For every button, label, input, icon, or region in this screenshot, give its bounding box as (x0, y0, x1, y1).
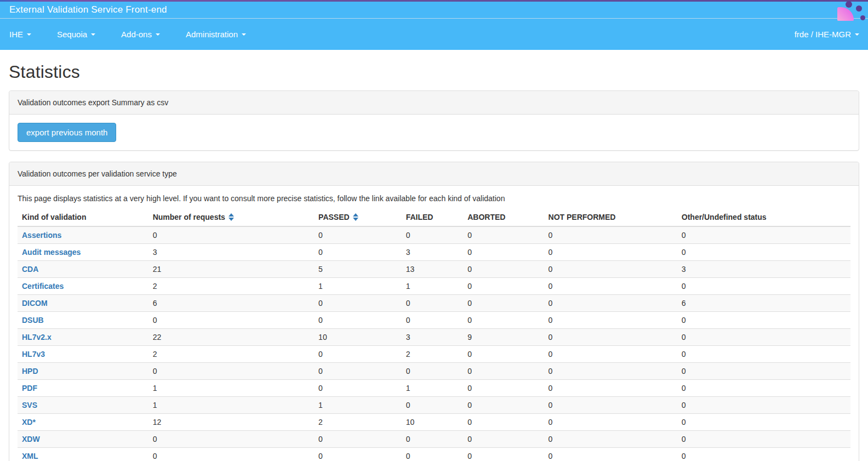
value-cell: 1 (402, 380, 463, 397)
export-previous-month-button[interactable]: export previous month (18, 123, 116, 142)
value-cell: 0 (463, 244, 544, 261)
value-cell: 0 (544, 414, 677, 431)
kind-cell: HPD (18, 363, 149, 380)
validation-kind-link[interactable]: SVS (22, 401, 37, 409)
value-cell: 3 (402, 329, 463, 346)
kind-cell: PDF (18, 380, 149, 397)
chevron-down-icon (242, 33, 246, 36)
column-header[interactable]: PASSED (314, 208, 402, 226)
value-cell: 2 (149, 278, 314, 295)
validation-kind-link[interactable]: Certificates (22, 282, 64, 291)
value-cell: 0 (677, 329, 850, 346)
export-panel-body: export previous month (9, 115, 859, 150)
value-cell: 0 (677, 380, 850, 397)
stats-panel-heading: Validation outcomes per validation servi… (9, 162, 859, 186)
value-cell: 0 (463, 346, 544, 363)
value-cell: 0 (314, 363, 402, 380)
nav-item-administration[interactable]: Administration (178, 24, 254, 44)
value-cell: 0 (463, 380, 544, 397)
nav-item-label: Add-ons (121, 30, 152, 39)
value-cell: 0 (544, 346, 677, 363)
table-row: DICOM600006 (18, 295, 850, 312)
validation-kind-link[interactable]: XDW (22, 435, 40, 443)
value-cell: 0 (463, 414, 544, 431)
sort-down-arrow-icon (229, 218, 234, 221)
value-cell: 0 (677, 278, 850, 295)
validation-kind-link[interactable]: HL7v2.x (22, 333, 52, 342)
validation-kind-link[interactable]: XD* (22, 418, 36, 426)
chevron-down-icon (855, 33, 859, 36)
chevron-down-icon (27, 33, 31, 36)
stats-table-body: Assertions000000Audit messages303000CDA2… (18, 226, 850, 461)
sort-up-arrow-icon (353, 213, 358, 217)
value-cell: 0 (402, 312, 463, 329)
kind-cell: Certificates (18, 278, 149, 295)
stats-table-head: Kind of validationNumber of requestsPASS… (18, 208, 850, 226)
page-content: Statistics Validation outcomes export Su… (0, 62, 868, 461)
value-cell: 0 (677, 397, 850, 414)
validation-kind-link[interactable]: PDF (22, 384, 37, 392)
validation-kind-link[interactable]: HL7v3 (22, 350, 45, 358)
value-cell: 3 (402, 244, 463, 261)
column-header: FAILED (402, 208, 463, 226)
validation-kind-link[interactable]: DSUB (22, 316, 44, 325)
value-cell: 0 (463, 397, 544, 414)
value-cell: 0 (544, 363, 677, 380)
value-cell: 0 (463, 295, 544, 312)
table-row: SVS110000 (18, 397, 850, 414)
validation-kind-link[interactable]: XML (22, 452, 38, 460)
header-row: Kind of validationNumber of requestsPASS… (18, 208, 850, 226)
value-cell: 0 (402, 431, 463, 448)
value-cell: 0 (544, 329, 677, 346)
table-row: XML000000 (18, 448, 850, 461)
validation-kind-link[interactable]: DICOM (22, 299, 48, 308)
value-cell: 0 (677, 226, 850, 244)
value-cell: 2 (149, 346, 314, 363)
value-cell: 0 (544, 312, 677, 329)
validation-kind-link[interactable]: CDA (22, 265, 38, 274)
export-panel-heading: Validation outcomes export Summary as cs… (9, 91, 859, 115)
value-cell: 2 (402, 346, 463, 363)
table-row: CDA21513003 (18, 261, 850, 278)
column-header-label: Other/Undefined status (682, 213, 767, 221)
validation-kind-link[interactable]: HPD (22, 367, 38, 375)
validation-kind-link[interactable]: Assertions (22, 231, 61, 240)
export-panel: Validation outcomes export Summary as cs… (9, 90, 859, 151)
value-cell: 0 (544, 261, 677, 278)
column-header-label: FAILED (406, 213, 433, 221)
value-cell: 0 (402, 295, 463, 312)
kind-cell: Assertions (18, 226, 149, 244)
sort-icon[interactable] (353, 213, 358, 221)
kind-cell: CDA (18, 261, 149, 278)
validation-kind-link[interactable]: Audit messages (22, 248, 81, 257)
value-cell: 10 (402, 414, 463, 431)
value-cell: 0 (463, 363, 544, 380)
table-row: Audit messages303000 (18, 244, 850, 261)
sort-icon[interactable] (229, 213, 234, 221)
value-cell: 0 (544, 244, 677, 261)
stats-panel-body: This page displays statistics at a very … (9, 186, 859, 461)
user-menu[interactable]: frde / IHE-MGR (795, 19, 859, 50)
column-header[interactable]: Number of requests (149, 208, 314, 226)
value-cell: 0 (314, 312, 402, 329)
nav-item-addons[interactable]: Add-ons (113, 24, 168, 44)
value-cell: 9 (463, 329, 544, 346)
kind-cell: HL7v3 (18, 346, 149, 363)
navbar-items: IHESequoiaAdd-onsAdministration (9, 24, 264, 44)
value-cell: 10 (314, 329, 402, 346)
value-cell: 21 (149, 261, 314, 278)
logo-dot-icon (856, 5, 862, 12)
nav-item-sequoia[interactable]: Sequoia (49, 24, 104, 44)
value-cell: 0 (402, 397, 463, 414)
table-row: PDF101000 (18, 380, 850, 397)
stats-panel: Validation outcomes per validation servi… (9, 162, 859, 461)
value-cell: 0 (402, 448, 463, 461)
nav-item-ihe[interactable]: IHE (9, 24, 39, 44)
value-cell: 0 (677, 312, 850, 329)
value-cell: 0 (149, 448, 314, 461)
table-row: DSUB000000 (18, 312, 850, 329)
value-cell: 6 (149, 295, 314, 312)
value-cell: 3 (677, 261, 850, 278)
stats-intro-text: This page displays statistics at a very … (18, 194, 850, 203)
value-cell: 3 (149, 244, 314, 261)
